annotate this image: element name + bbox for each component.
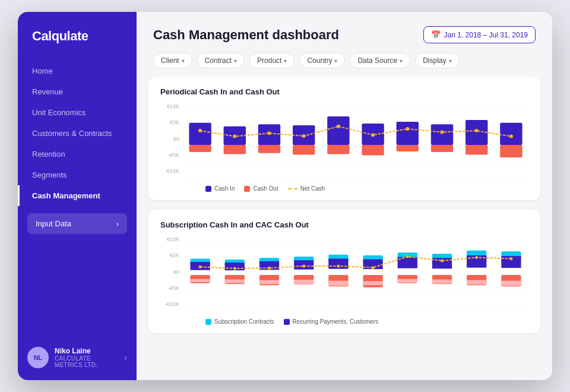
chart1-y-axis: €10K€5K€0-€5K-€10K bbox=[160, 103, 182, 174]
main-header: Cash Management dashboard 📅 Jan 1, 2018 … bbox=[137, 12, 552, 53]
calendar-icon: 📅 bbox=[431, 30, 441, 39]
chart1-inner: Cash InCash OutNet Cash bbox=[183, 103, 528, 192]
chevron-down-icon: ▾ bbox=[400, 58, 403, 64]
svg-rect-10 bbox=[258, 145, 280, 153]
svg-rect-13 bbox=[327, 116, 349, 145]
svg-point-30 bbox=[371, 133, 375, 137]
user-profile[interactable]: NL Niko Laine Calculate Metrics Ltd. › bbox=[18, 337, 137, 380]
svg-rect-59 bbox=[328, 281, 348, 286]
svg-rect-47 bbox=[225, 280, 245, 283]
svg-rect-16 bbox=[362, 145, 384, 156]
svg-rect-8 bbox=[224, 145, 246, 154]
chart1-svg bbox=[183, 103, 528, 181]
page-title: Cash Management dashboard bbox=[153, 27, 339, 43]
svg-point-29 bbox=[337, 125, 340, 128]
svg-rect-22 bbox=[466, 145, 487, 155]
app-logo: Calqulate bbox=[18, 12, 137, 58]
legend-item: Cash Out bbox=[244, 185, 278, 192]
legend-color bbox=[205, 186, 211, 192]
chart2-svg bbox=[183, 236, 528, 314]
chevron-down-icon: ▾ bbox=[182, 58, 185, 64]
svg-rect-79 bbox=[501, 281, 521, 286]
chart2-title: Subscription Cash In and CAC Cash Out bbox=[160, 220, 528, 229]
svg-rect-18 bbox=[397, 145, 419, 151]
legend-color bbox=[284, 319, 290, 325]
app-container: Calqulate HomeRevenueUnit EconomicsCusto… bbox=[18, 12, 552, 380]
input-data-menu-item[interactable]: Input Data › bbox=[27, 213, 127, 234]
svg-rect-5 bbox=[189, 123, 211, 145]
avatar: NL bbox=[27, 347, 49, 368]
chart-periodical-cash: Periodical Cash In and Cash Out €10K€5K€… bbox=[148, 77, 540, 200]
legend-item: Net Cash bbox=[288, 185, 325, 192]
chart1-legend: Cash InCash OutNet Cash bbox=[205, 185, 528, 192]
svg-point-85 bbox=[372, 266, 375, 269]
charts-area: Periodical Cash In and Cash Out €10K€5K€… bbox=[137, 77, 552, 380]
svg-point-27 bbox=[267, 131, 271, 135]
filter-btn-contract[interactable]: Contract▾ bbox=[197, 53, 245, 68]
svg-rect-14 bbox=[327, 145, 349, 154]
svg-point-87 bbox=[441, 259, 444, 262]
svg-point-26 bbox=[233, 135, 236, 138]
main-content: Cash Management dashboard 📅 Jan 1, 2018 … bbox=[137, 12, 552, 380]
svg-rect-23 bbox=[500, 123, 522, 145]
legend-color bbox=[244, 186, 250, 192]
svg-point-84 bbox=[337, 264, 340, 267]
svg-point-80 bbox=[199, 265, 202, 268]
chart1-wrapper: €10K€5K€0-€5K-€10K Cash InCash OutNet Ca… bbox=[160, 103, 528, 192]
date-range-picker[interactable]: 📅 Jan 1, 2018 – Jul 31, 2019 bbox=[423, 26, 536, 43]
svg-rect-6 bbox=[189, 145, 211, 152]
svg-rect-17 bbox=[397, 122, 419, 145]
svg-rect-75 bbox=[467, 280, 486, 285]
sidebar-item-revenue[interactable]: Revenue bbox=[18, 81, 137, 102]
svg-rect-43 bbox=[190, 279, 210, 282]
chart1-title: Periodical Cash In and Cash Out bbox=[160, 87, 528, 96]
svg-rect-67 bbox=[398, 279, 417, 283]
filter-btn-client[interactable]: Client▾ bbox=[153, 53, 192, 68]
svg-point-81 bbox=[233, 267, 236, 270]
sidebar-item-home[interactable]: Home bbox=[18, 61, 137, 81]
svg-rect-55 bbox=[294, 280, 314, 284]
legend-line bbox=[288, 188, 297, 189]
sidebar-item-retention[interactable]: Retention bbox=[18, 144, 137, 165]
svg-point-34 bbox=[509, 135, 513, 138]
chart2-inner: Subscription ContractsRecurring Payments… bbox=[183, 236, 528, 325]
svg-rect-19 bbox=[431, 124, 453, 145]
filter-btn-data-source[interactable]: Data Source▾ bbox=[350, 53, 410, 68]
chart2-wrapper: €10K€5K€0-€5K-€10K Subscription Contract… bbox=[160, 236, 528, 325]
svg-point-86 bbox=[406, 255, 409, 258]
svg-rect-63 bbox=[363, 281, 382, 285]
chevron-down-icon: ▾ bbox=[234, 58, 237, 64]
chevron-down-icon: ▾ bbox=[334, 58, 337, 64]
user-name: Niko Laine bbox=[55, 347, 118, 355]
date-range-label: Jan 1, 2018 – Jul 31, 2019 bbox=[444, 31, 528, 39]
filter-btn-country[interactable]: Country▾ bbox=[299, 53, 345, 68]
svg-point-89 bbox=[509, 257, 512, 260]
filter-btn-display[interactable]: Display▾ bbox=[415, 53, 459, 68]
sidebar-nav: HomeRevenueUnit EconomicsCustomers & Con… bbox=[18, 58, 137, 337]
svg-rect-71 bbox=[432, 280, 452, 284]
sidebar-item-unit-economics[interactable]: Unit Economics bbox=[18, 102, 137, 123]
svg-rect-51 bbox=[259, 280, 279, 284]
user-chevron-icon: › bbox=[124, 353, 127, 362]
sidebar-item-segments[interactable]: Segments bbox=[18, 165, 137, 185]
svg-rect-12 bbox=[293, 145, 315, 155]
legend-color bbox=[205, 319, 211, 325]
svg-point-32 bbox=[440, 130, 444, 134]
chart2-legend: Subscription ContractsRecurring Payments… bbox=[205, 318, 528, 325]
sidebar-item-cash-management[interactable]: Cash Management bbox=[18, 185, 137, 206]
svg-point-82 bbox=[268, 267, 271, 270]
chevron-down-icon: ▾ bbox=[449, 58, 452, 64]
chart2-y-axis: €10K€5K€0-€5K-€10K bbox=[160, 236, 182, 307]
legend-item: Subscription Contracts bbox=[205, 318, 274, 325]
chart-subscription-cash: Subscription Cash In and CAC Cash Out €1… bbox=[148, 210, 540, 333]
filter-btn-product[interactable]: Product▾ bbox=[249, 53, 294, 68]
user-company: Calculate Metrics Ltd. bbox=[55, 355, 118, 368]
svg-rect-20 bbox=[431, 145, 453, 152]
user-info: Niko Laine Calculate Metrics Ltd. bbox=[55, 347, 118, 368]
svg-point-88 bbox=[475, 256, 478, 259]
svg-point-25 bbox=[198, 129, 202, 132]
legend-item: Cash In bbox=[205, 185, 235, 192]
filter-bar: Client▾Contract▾Product▾Country▾Data Sou… bbox=[137, 53, 552, 77]
chevron-down-icon: ▾ bbox=[284, 58, 287, 64]
sidebar-item-customers-contracts[interactable]: Customers & Contracts bbox=[18, 123, 137, 144]
